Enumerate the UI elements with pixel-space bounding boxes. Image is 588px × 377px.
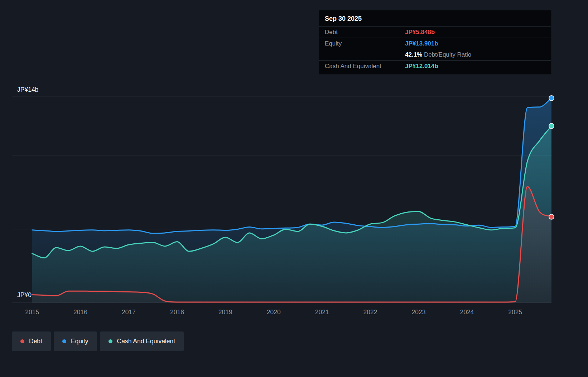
debt-color-dot — [20, 339, 24, 343]
legend-label-debt: Debt — [29, 338, 42, 345]
debt-endpoint-marker[interactable] — [549, 214, 554, 219]
tooltip-row-equity: Equity JP¥13.901b — [319, 38, 551, 49]
tooltip-label-debt: Debt — [325, 29, 405, 36]
x-tick-2021: 2021 — [315, 309, 329, 316]
equity-line — [32, 98, 551, 233]
tooltip-row-ratio: 42.1% Debt/Equity Ratio — [319, 49, 551, 61]
tooltip-ratio: 42.1% Debt/Equity Ratio — [405, 51, 545, 58]
chart-legend: Debt Equity Cash And Equivalent — [12, 331, 184, 351]
legend-label-cash: Cash And Equivalent — [117, 338, 175, 345]
tooltip-ratio-value: 42.1% — [405, 51, 422, 58]
tooltip-date: Sep 30 2025 — [319, 10, 551, 27]
x-tick-2018: 2018 — [170, 309, 184, 316]
tooltip-value-equity: JP¥13.901b — [405, 40, 545, 47]
legend-item-debt[interactable]: Debt — [12, 331, 51, 351]
cash-and-equivalent-area — [32, 126, 551, 303]
cash-and-equivalent-endpoint-marker[interactable] — [549, 124, 554, 129]
y-axis-label-max: JP¥14b — [17, 86, 38, 94]
x-tick-2015: 2015 — [25, 309, 39, 316]
tooltip-row-cash: Cash And Equivalent JP¥12.014b — [319, 61, 551, 72]
tooltip-row-debt: Debt JP¥5.848b — [319, 27, 551, 38]
x-tick-2025: 2025 — [508, 309, 522, 316]
tooltip-value-cash: JP¥12.014b — [405, 63, 545, 70]
chart-tooltip: Sep 30 2025 Debt JP¥5.848b Equity JP¥13.… — [319, 10, 551, 75]
tooltip-value-debt: JP¥5.848b — [405, 29, 545, 36]
legend-item-cash[interactable]: Cash And Equivalent — [100, 331, 184, 351]
tooltip-label-equity: Equity — [325, 40, 405, 47]
x-tick-2022: 2022 — [363, 309, 377, 316]
x-tick-2017: 2017 — [122, 309, 136, 316]
x-tick-2023: 2023 — [412, 309, 426, 316]
equity-color-dot — [62, 339, 66, 343]
x-tick-2024: 2024 — [460, 309, 474, 316]
x-tick-2019: 2019 — [218, 309, 232, 316]
legend-item-equity[interactable]: Equity — [54, 331, 97, 351]
equity-endpoint-marker[interactable] — [549, 96, 554, 101]
x-tick-2020: 2020 — [267, 309, 281, 316]
legend-label-equity: Equity — [71, 338, 88, 345]
x-tick-2016: 2016 — [73, 309, 87, 316]
tooltip-label-cash: Cash And Equivalent — [325, 63, 405, 70]
cash-color-dot — [109, 339, 112, 343]
debt-equity-chart-page: 2015201620172018201920202021202220232024… — [0, 0, 588, 377]
tooltip-ratio-label: Debt/Equity Ratio — [424, 51, 471, 58]
y-axis-label-min: JP¥0 — [17, 291, 32, 299]
